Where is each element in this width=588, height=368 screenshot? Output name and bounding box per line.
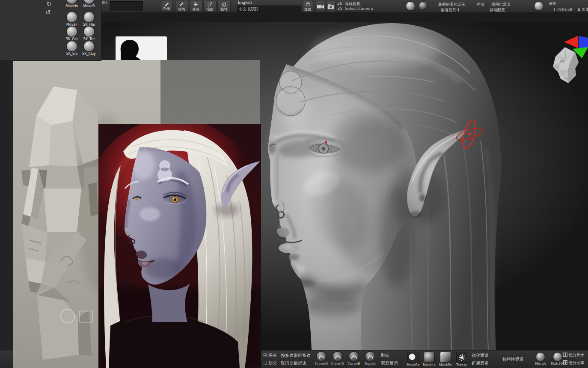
camera-number-top: 36 <box>337 1 342 6</box>
undo-icon[interactable]: ↺ <box>45 9 51 16</box>
brush-thumb-icon <box>83 26 95 37</box>
move-mode-button[interactable]: 移动 <box>189 1 202 12</box>
brush-sk-car[interactable]: SK_Car <box>64 26 80 41</box>
brush-sk-hai[interactable]: SK_Hai <box>81 12 97 27</box>
curve-brush-icon <box>333 351 343 362</box>
pencil-icon <box>164 2 169 7</box>
history-back-label[interactable]: B 历史记录 <box>578 7 588 12</box>
mask-lasso-icon <box>424 352 435 363</box>
brush-thumb-icon <box>83 12 95 23</box>
brush-movef[interactable]: MoveF <box>64 12 80 27</box>
rotate-mode-button[interactable]: 旋转 <box>217 1 231 12</box>
sculpt-head <box>268 23 501 350</box>
curve-brush-icon <box>349 351 359 362</box>
language-current[interactable]: English <box>238 0 252 5</box>
brush-thumb-icon <box>66 0 77 4</box>
matcap-sphere-icon[interactable] <box>419 1 428 11</box>
perspective-grid-icon <box>305 2 311 7</box>
transparency-tool[interactable]: Transp <box>455 350 468 367</box>
mask-rect-tool[interactable]: MaskRe <box>407 350 419 367</box>
mask-pen-icon <box>440 352 451 363</box>
crease-pg-button[interactable]: 按多边形组折边 <box>281 353 311 359</box>
perspective-button[interactable]: 透视 <box>302 1 313 12</box>
brush-sk-sla[interactable]: SK_Sla <box>64 41 80 56</box>
record-label[interactable]: 录制 <box>549 1 556 6</box>
matchmaker-sphere-icon <box>553 352 562 362</box>
grid-icon <box>263 353 267 357</box>
edit-button[interactable]: Edit <box>161 1 172 12</box>
elf-painting <box>98 124 261 368</box>
r-shortcut-label: (R) <box>102 1 107 5</box>
select-camera-label[interactable]: Select Camera <box>345 6 373 11</box>
brush-thumb-icon <box>83 0 95 4</box>
photo-camera-button[interactable] <box>326 1 336 12</box>
alpha-silhouette-icon <box>116 36 167 61</box>
uncrease-all-button[interactable]: 取消全部折边 <box>281 360 306 366</box>
red-marker-dot <box>325 141 327 144</box>
subdiv-ratio-button[interactable]: 细分比率 <box>563 360 584 366</box>
subdiv-size-button[interactable]: 细分尺寸 <box>563 353 584 358</box>
gear-icon <box>456 352 467 363</box>
store-config-label[interactable]: 存储配置 <box>490 7 505 13</box>
film-camera-button[interactable] <box>316 1 325 12</box>
divide2-button[interactable]: 划分 <box>263 360 277 366</box>
curve-brush-icon <box>365 351 375 362</box>
brush-topology[interactable]: Topolo <box>363 350 377 366</box>
camera-polyhead-widget[interactable] <box>549 45 581 86</box>
mask-lasso-tool[interactable]: MaskLa <box>423 350 436 367</box>
brush-movein[interactable]: MoveIn <box>64 0 80 8</box>
scale-icon <box>207 2 213 7</box>
crescent-relief <box>276 71 305 116</box>
draw-icon <box>179 2 184 7</box>
film-camera-icon <box>317 4 324 9</box>
language-select[interactable]: 中文 (汉语) <box>237 6 301 12</box>
brush-thumb-icon <box>66 12 77 23</box>
sharpen-mask-button[interactable]: 锐化遮罩 <box>472 353 489 359</box>
brush-panel: ↻ ↺ MoveIn MoveB MoveF SK_Hai SK_Car SK_… <box>0 0 101 61</box>
draw-mode-button[interactable]: 绘制 <box>175 1 188 12</box>
adaptive-size-label[interactable]: 自适应尺寸 <box>441 7 460 13</box>
latest-changes-label[interactable]: 最新的变化记录 <box>438 2 465 7</box>
brush-sk-trir[interactable]: SK_Trir <box>81 26 97 41</box>
brush-thumb-icon <box>66 41 77 52</box>
brush-sk-clay[interactable]: SK_Clay <box>81 41 97 56</box>
history-forward-label[interactable]: F 历史记录 <box>554 7 573 12</box>
grow-mask-button[interactable]: 扩展遮罩 <box>472 360 489 366</box>
mask-pen-tool[interactable]: MaskPe <box>439 350 452 367</box>
brush-curvetr[interactable]: CurveTr <box>330 350 345 366</box>
scale-mode-button[interactable]: 缩放 <box>203 1 217 12</box>
rotate-icon <box>221 2 227 7</box>
brush-thumb-icon <box>66 26 77 37</box>
brush-info-box <box>110 1 143 11</box>
grid-icon <box>563 353 567 357</box>
history-sphere-icon[interactable] <box>534 1 543 11</box>
morph-sphere-icon <box>536 352 545 362</box>
alpha-thumbnail[interactable] <box>116 36 167 61</box>
material-sphere-icon[interactable] <box>406 1 415 11</box>
general-custom-label[interactable]: 通用自定义 <box>491 2 511 7</box>
grid-icon <box>263 361 267 365</box>
store-label[interactable]: 存储 <box>477 2 484 7</box>
brush-curveq[interactable]: CurveQ <box>314 350 329 366</box>
grid-icon <box>563 360 567 365</box>
mask-by-feature-button[interactable]: 按特性遮罩 <box>502 356 524 362</box>
curve-brush-icon <box>316 351 327 362</box>
brush-curveb[interactable]: CurveB <box>347 350 361 366</box>
brush-thumb-icon <box>83 41 95 52</box>
mask-rect-icon <box>407 352 419 363</box>
brush-moveb[interactable]: MoveB <box>81 0 97 8</box>
redo-icon[interactable]: ↻ <box>46 0 52 8</box>
zbrush-workspace: { "app": {"name": "ZBrush sculpting work… <box>0 0 588 368</box>
photo-camera-icon <box>327 4 335 9</box>
flip-button[interactable]: 翻转 <box>381 353 389 359</box>
double-display-button[interactable]: 双面显示 <box>381 360 398 366</box>
divide-button[interactable]: 细分 <box>263 353 277 359</box>
reference-image-elf-painting[interactable] <box>98 124 261 368</box>
matchmaker-tool[interactable]: MatchM <box>550 350 565 366</box>
move-icon <box>193 2 199 7</box>
morph-tool[interactable]: Morph <box>533 350 548 366</box>
camera-number-bottom: 35 <box>337 6 342 11</box>
